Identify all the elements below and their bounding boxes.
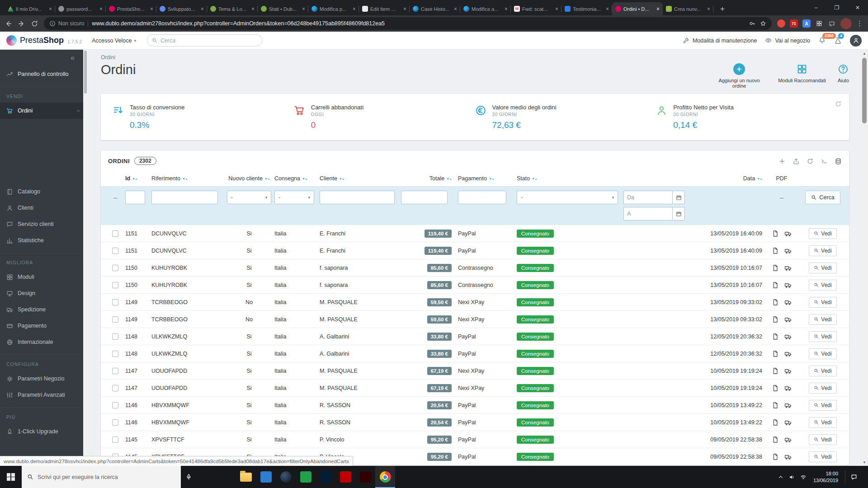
invoice-pdf-icon[interactable] — [772, 436, 779, 443]
invoice-pdf-icon[interactable] — [772, 230, 779, 237]
tab-close-icon[interactable]: × — [99, 6, 103, 12]
browser-tab[interactable]: Tema & Lo... × — [207, 2, 258, 15]
sort-arrows-icon[interactable]: ▼▲ — [339, 177, 344, 180]
address-bar[interactable]: Non sicuro www.dublo.demo/admin278osvhci… — [44, 17, 772, 30]
delivery-slip-icon[interactable] — [784, 367, 792, 375]
invoice-pdf-icon[interactable] — [772, 316, 779, 323]
sidebar-collapse-button[interactable]: « — [0, 50, 87, 66]
calendar-to-icon[interactable] — [672, 207, 685, 221]
view-order-button[interactable]: Vedi — [809, 245, 836, 256]
order-table-row[interactable]: 1145 XPVSFTTCF Si Italia P. Vincolo 95,2… — [101, 431, 849, 448]
delivery-slip-icon[interactable] — [784, 402, 792, 409]
browser-tab[interactable]: Crea nuov... × — [663, 2, 713, 15]
invoice-pdf-icon[interactable] — [772, 282, 779, 289]
view-order-button[interactable]: Vedi — [809, 297, 836, 308]
sidebar-item-design[interactable]: Design — [0, 285, 87, 301]
taskbar-search-box[interactable] — [22, 466, 181, 488]
filter-reference-input[interactable] — [151, 191, 218, 204]
column-header-nuovo-cliente[interactable]: Nuovo cliente ▼▲ — [224, 175, 274, 182]
extension-icon[interactable] — [777, 19, 785, 28]
sort-arrows-icon[interactable]: ▼▲ — [446, 177, 452, 180]
view-order-button[interactable]: Vedi — [809, 348, 836, 359]
view-order-button[interactable]: Vedi — [809, 434, 836, 445]
grid-settings-icon[interactable] — [835, 157, 842, 165]
sidebar-item-ordini[interactable]: Ordini — [0, 103, 87, 119]
delivery-slip-icon[interactable] — [784, 282, 792, 289]
add-order-icon[interactable] — [778, 157, 786, 165]
invoice-pdf-icon[interactable] — [772, 299, 779, 306]
refresh-list-icon[interactable] — [807, 157, 814, 165]
sql-query-icon[interactable] — [821, 157, 828, 165]
cast-icon[interactable] — [828, 19, 836, 28]
invoice-pdf-icon[interactable] — [772, 385, 779, 392]
tab-close-icon[interactable]: × — [707, 6, 710, 12]
filter-date-to-input[interactable] — [623, 207, 672, 221]
row-checkbox[interactable] — [112, 368, 118, 374]
close-button[interactable]: ✕ — [847, 0, 868, 15]
sidebar-item-clienti[interactable]: Clienti — [0, 200, 87, 216]
view-order-button[interactable]: Vedi — [809, 400, 836, 411]
sort-arrows-icon[interactable]: ▼▲ — [532, 177, 537, 180]
delivery-slip-icon[interactable] — [784, 299, 792, 306]
browser-tab[interactable]: Case Histo... × — [410, 2, 460, 15]
tray-expand-icon[interactable] — [778, 473, 784, 481]
app-photoshop[interactable] — [316, 466, 335, 488]
site-info-icon[interactable] — [49, 20, 56, 27]
sidebar-item-parametri-negozio[interactable]: Parametri Negozio — [0, 371, 87, 387]
prestashop-logo[interactable]: PrestaShop — [6, 35, 64, 46]
row-checkbox[interactable] — [112, 402, 118, 408]
browser-tab[interactable]: password... × — [55, 2, 106, 15]
tab-close-icon[interactable]: × — [505, 6, 508, 12]
sidebar-item-internazionale[interactable]: Internazionale — [0, 334, 87, 350]
tab-close-icon[interactable]: × — [656, 6, 660, 12]
sort-arrows-icon[interactable]: ▼▲ — [132, 177, 137, 180]
kpi-refresh-icon[interactable] — [835, 99, 842, 108]
order-table-row[interactable]: 1147 UOUOFAPDD Si Italia M. PASQUALE 67,… — [101, 380, 849, 397]
delivery-slip-icon[interactable] — [784, 385, 792, 392]
delivery-slip-icon[interactable] — [784, 419, 792, 426]
back-button[interactable] — [5, 20, 12, 28]
order-table-row[interactable]: 1150 KUHUYROBK Si Italia f. saponara 85,… — [101, 259, 849, 277]
invoice-pdf-icon[interactable] — [772, 419, 779, 426]
view-shop-link[interactable]: Vai al negozio — [765, 37, 810, 44]
delivery-slip-icon[interactable] — [784, 230, 792, 237]
column-header-data[interactable]: Data ▼▲ — [623, 175, 762, 182]
tab-close-icon[interactable]: × — [403, 6, 406, 12]
row-checkbox[interactable] — [112, 419, 118, 426]
sidebar-subitem-ordini[interactable] — [0, 120, 87, 132]
browser-tab[interactable]: Il mio Driv... × — [5, 2, 55, 15]
view-order-button[interactable]: Vedi — [809, 383, 836, 394]
row-checkbox[interactable] — [112, 316, 118, 323]
row-checkbox[interactable] — [112, 436, 118, 443]
browser-tab[interactable]: Sviluppato... × — [156, 2, 207, 15]
taskbar-search-input[interactable] — [38, 474, 175, 480]
view-order-button[interactable]: Vedi — [809, 280, 836, 291]
filter-date-from-input[interactable] — [623, 191, 672, 204]
browser-tab[interactable]: Modifica p... × — [308, 2, 359, 15]
forward-button[interactable] — [18, 20, 25, 28]
filter-id-input[interactable] — [125, 191, 145, 204]
action-aiuto[interactable]: Aiuto — [838, 62, 849, 89]
invoice-pdf-icon[interactable] — [772, 402, 779, 409]
sidebar-item-pagamento[interactable]: Pagamento — [0, 318, 87, 334]
sidebar-item-1-click-upgrade[interactable]: 1-Click Upgrade — [0, 423, 87, 440]
sidebar-item-catalogo[interactable]: Catalogo — [0, 183, 87, 200]
order-table-row[interactable]: 1149 TCRBBEOGO No Italia M. PASQUALE 59,… — [101, 311, 849, 328]
maintenance-mode-link[interactable]: Modalità di manutenzione — [683, 37, 757, 44]
column-header-consegna[interactable]: Consegna ▼▲ — [274, 175, 320, 182]
sidebar-item-spedizione[interactable]: Spedizione — [0, 301, 87, 318]
sidebar-subitem-buoni-sconto[interactable] — [0, 144, 87, 156]
view-order-button[interactable]: Vedi — [809, 451, 836, 462]
row-checkbox[interactable] — [112, 248, 118, 254]
page-scrollbar[interactable]: ▲ ▼ — [861, 50, 868, 466]
tab-close-icon[interactable]: × — [555, 6, 558, 12]
filter-new-customer-select[interactable]: -▾ — [227, 191, 272, 204]
sidebar-scrollbar[interactable] — [83, 50, 87, 466]
browser-tab[interactable]: Testimonia... × — [561, 2, 612, 15]
messages-button[interactable]: 4 — [834, 37, 842, 44]
minimize-button[interactable]: – — [806, 0, 826, 15]
action-aggiungi-un-nuovo-ordine[interactable]: Aggiungi un nuovo ordine — [712, 62, 766, 89]
admin-search-box[interactable] — [147, 34, 262, 47]
app-green-app[interactable] — [296, 466, 316, 488]
view-order-button[interactable]: Vedi — [809, 228, 836, 239]
